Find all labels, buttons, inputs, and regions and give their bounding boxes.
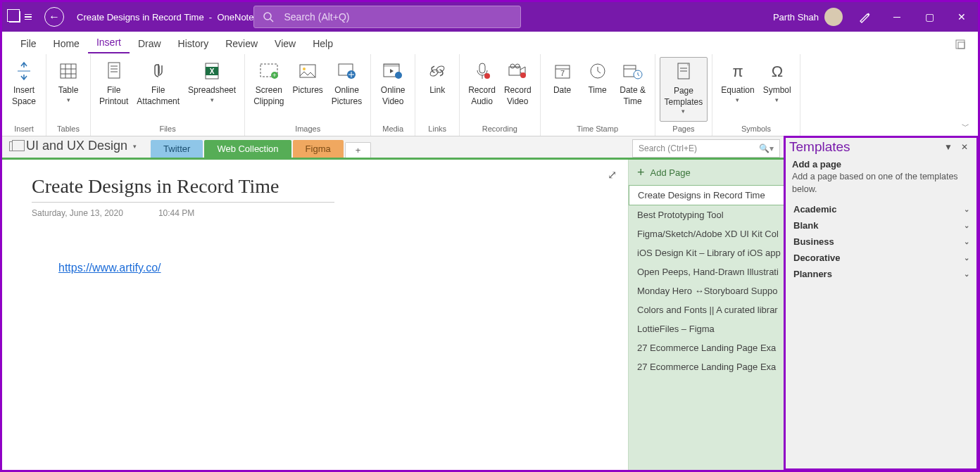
collapse-ribbon-icon[interactable]: ﹀ [953,117,978,136]
svg-rect-3 [958,42,965,49]
date-time-button[interactable]: Date &Time [615,57,651,122]
chevron-down-icon: ⌄ [964,222,969,229]
menu-help[interactable]: Help [304,34,341,53]
equation-button[interactable]: πEquation▾ [717,57,758,122]
time-icon [589,60,607,82]
record-audio-button[interactable]: RecordAudio [464,57,500,122]
page-date: Saturday, June 13, 2020 [32,208,123,218]
menu-insert[interactable]: Insert [88,32,130,53]
ribbon-group-label: Time Stamp [577,125,618,134]
page-title[interactable]: Create Designs in Record Time [32,175,598,198]
svg-point-27 [395,72,402,79]
close-pane-button[interactable]: ✕ [957,142,972,152]
section-tab[interactable]: Twitter [151,140,203,158]
add-page-label: Add Page [651,167,691,178]
chevron-down-icon: ⌄ [964,254,969,262]
online-pictures-button[interactable]: OnlinePictures [327,57,366,122]
pen-tool-icon[interactable] [848,2,881,32]
page-list-item[interactable]: Create Designs in Record Time [629,185,784,205]
record-video-button[interactable]: RecordVideo [500,57,536,122]
file-printout-button[interactable]: FilePrintout [95,57,132,122]
page-list-item[interactable]: 27 Ecommerce Landing Page Exa [629,338,784,357]
page-list-item[interactable]: Open Peeps, Hand-Drawn Illustrati [629,262,784,281]
menu-history[interactable]: History [170,34,218,53]
expand-icon[interactable]: ⤢ [608,168,617,181]
table-button[interactable]: Table▾ [51,57,86,122]
online-video-button[interactable]: OnlineVideo [375,57,410,122]
chevron-down-icon: ⌄ [964,270,969,278]
page-list-item[interactable]: Best Prototyping Tool [629,205,784,224]
page-meta: Saturday, June 13, 2020 10:44 PM [32,208,598,218]
template-category[interactable]: Planners⌄ [785,266,978,282]
maximize-button[interactable]: ▢ [913,2,946,32]
template-category[interactable]: Academic⌄ [785,201,978,217]
close-button[interactable]: ✕ [946,2,978,32]
insert-space-button[interactable]: InsertSpace [6,57,42,122]
menu-draw[interactable]: Draw [130,34,170,53]
svg-rect-25 [384,64,399,67]
template-category[interactable]: Decorative⌄ [785,250,978,266]
template-category[interactable]: Blank⌄ [785,217,978,234]
ribbon-group-label: Links [428,125,446,134]
page-list-item[interactable]: LottieFiles – Figma [629,319,784,338]
page-list-item[interactable]: 27 Ecommerce Landing Page Exa [629,357,784,376]
template-category[interactable]: Business⌄ [785,234,978,250]
date-button[interactable]: 7Date [545,57,580,122]
pane-options-icon[interactable]: ▼ [940,142,957,152]
ribbon-group-label: Symbols [741,125,771,134]
symbol-button[interactable]: ΩSymbol▾ [759,57,796,122]
spreadsheet-button[interactable]: XSpreadsheet▾ [184,57,240,122]
link-button[interactable]: Link [420,57,455,122]
equation-icon: π [729,60,747,82]
notebook-selector[interactable]: UI and UX Design ▾ [2,134,144,158]
chevron-down-icon: ▾ [736,96,739,105]
user-account[interactable]: Parth Shah [773,8,843,26]
window-title: Create Designs in Record Time - OneNote [77,12,253,23]
table-icon [59,60,77,82]
section-tab[interactable]: Figma [293,140,344,158]
fullscreen-icon[interactable] [951,35,969,53]
file-attachment-button[interactable]: FileAttachment [132,57,184,122]
svg-text:Ω: Ω [771,63,782,79]
page-list-item[interactable]: Colors and Fonts || A curated librar [629,300,784,319]
menu-view[interactable]: View [266,34,304,53]
section-tab-bar: UI and UX Design ▾ TwitterWeb Collection… [2,136,784,160]
ribbon-group-label: Recording [482,125,517,134]
page-list-item[interactable]: iOS Design Kit – Library of iOS app [629,243,784,262]
templates-title: Templates [789,139,940,155]
svg-text:π: π [732,63,743,79]
menu-review[interactable]: Review [217,34,266,53]
page-list-item[interactable]: Monday Hero ↔Storyboard Suppo [629,281,784,300]
onenote-icon [9,11,20,23]
page-list-item[interactable]: Figma/Sketch/Adobe XD UI Kit Col [629,224,784,243]
page-canvas[interactable]: ⤢ Create Designs in Record Time Saturday… [2,160,628,470]
add-section-button[interactable]: + [345,142,372,158]
ribbon-group-label: Media [382,125,403,134]
pictures-button[interactable]: Pictures [288,57,327,122]
menu-home[interactable]: Home [45,34,88,53]
screen-clipping-button[interactable]: +ScreenClipping [249,57,288,122]
svg-point-35 [520,72,526,78]
search-icon: 🔍▾ [759,143,774,153]
minimize-button[interactable]: ─ [881,2,913,32]
page-link[interactable]: https://www.artify.co/ [58,262,598,274]
link-icon [427,60,447,82]
chevron-down-icon: ▾ [67,96,70,105]
global-search[interactable]: Search (Alt+Q) [253,6,521,28]
title-bar: ← Create Designs in Record Time - OneNot… [2,2,978,32]
svg-rect-30 [479,63,485,73]
page-time: 10:44 PM [158,208,194,218]
section-tab[interactable]: Web Collection [204,140,291,158]
page-templates-button[interactable]: PageTemplates▾ [660,57,708,122]
quick-access-icon[interactable] [25,14,32,20]
notebook-icon [9,141,20,151]
chevron-down-icon: ▾ [211,96,214,105]
menu-file[interactable]: File [12,34,45,53]
add-page-button[interactable]: + Add Page [629,160,784,185]
page-search[interactable]: Search (Ctrl+E) 🔍▾ [632,139,780,158]
notebook-name: UI and UX Design [26,139,127,153]
time-button[interactable]: Time [580,57,615,122]
back-button[interactable]: ← [44,7,64,27]
pictures-icon [299,60,317,82]
file-attachment-icon [151,60,165,82]
